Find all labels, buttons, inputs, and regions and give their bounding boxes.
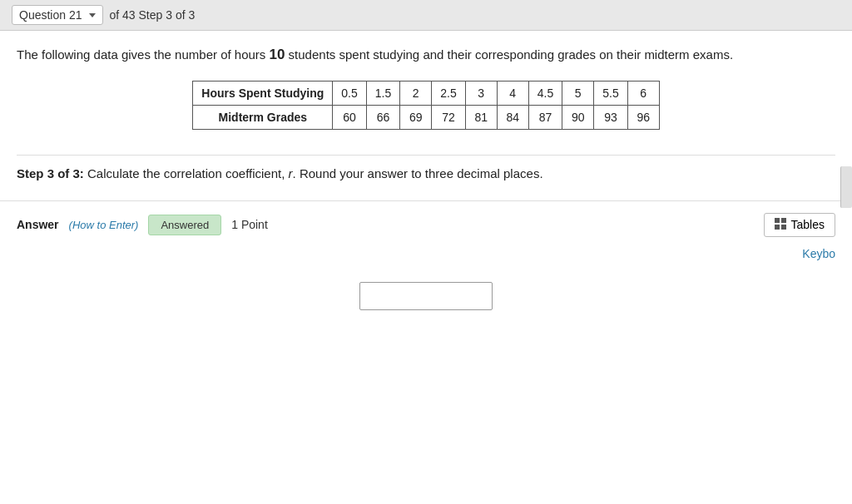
table-row: Midterm Grades 60 66 69 72 81 84 87 90 9… — [193, 105, 659, 129]
answered-badge: Answered — [148, 215, 221, 235]
table-cell: 5 — [562, 81, 594, 105]
scroll-indicator[interactable] — [840, 166, 852, 208]
svg-rect-1 — [781, 218, 786, 223]
tables-button[interactable]: Tables — [764, 213, 835, 237]
question-label: Question 21 — [19, 8, 82, 22]
how-to-enter-link[interactable]: (How to Enter) — [69, 219, 139, 231]
step-label: of 43 Step 3 of 3 — [110, 8, 196, 22]
tables-icon — [775, 218, 786, 232]
problem-text: The following data gives the number of h… — [17, 44, 835, 66]
table-cell: 84 — [497, 105, 528, 129]
table-cell: 5.5 — [594, 81, 627, 105]
answer-section: Answer (How to Enter) Answered 1 Point T… — [0, 200, 852, 245]
question-selector[interactable]: Question 21 — [12, 5, 103, 25]
table-cell: 4.5 — [528, 81, 562, 105]
table-cell: 4 — [497, 81, 528, 105]
table-cell: 93 — [594, 105, 627, 129]
step-text2: . Round your answer to three decimal pla… — [293, 166, 543, 180]
table-cell: 66 — [366, 105, 399, 129]
chevron-down-icon — [89, 13, 96, 17]
table-cell: 2.5 — [432, 81, 465, 105]
table-cell: 60 — [333, 105, 366, 129]
answer-bottom: Keybo — [0, 245, 852, 265]
table-cell: 69 — [400, 105, 432, 129]
row1-header: Hours Spent Studying — [193, 81, 333, 105]
row2-header: Midterm Grades — [193, 105, 333, 129]
answer-input[interactable] — [359, 282, 493, 310]
points-label: 1 Point — [231, 218, 268, 231]
table-cell: 90 — [562, 105, 594, 129]
data-table-wrapper: Hours Spent Studying 0.5 1.5 2 2.5 3 4 4… — [17, 81, 835, 146]
table-cell: 0.5 — [333, 81, 366, 105]
table-cell: 1.5 — [366, 81, 399, 105]
step-instruction: Step 3 of 3: Calculate the correlation c… — [17, 155, 835, 184]
table-cell: 96 — [627, 105, 659, 129]
table-cell: 3 — [465, 81, 497, 105]
answer-label: Answer — [17, 218, 59, 231]
table-cell: 72 — [432, 105, 465, 129]
svg-rect-3 — [781, 225, 786, 230]
keyboard-link[interactable]: Keybo — [802, 247, 835, 260]
answer-input-area — [0, 265, 852, 335]
header: Question 21 of 43 Step 3 of 3 — [0, 0, 852, 31]
svg-rect-2 — [775, 225, 780, 230]
data-table: Hours Spent Studying 0.5 1.5 2 2.5 3 4 4… — [192, 81, 659, 130]
table-cell: 87 — [528, 105, 562, 129]
tables-label: Tables — [791, 218, 825, 231]
intro-text: The following data gives the number of h… — [17, 47, 270, 62]
table-cell: 6 — [627, 81, 659, 105]
table-cell: 81 — [465, 105, 497, 129]
step-text: Calculate the correlation coefficient, — [84, 166, 289, 180]
table-row: Hours Spent Studying 0.5 1.5 2 2.5 3 4 4… — [193, 81, 659, 105]
step-label: Step 3 of 3: — [17, 166, 84, 180]
intro-text2: students spent studying and their corres… — [285, 47, 733, 62]
main-content: The following data gives the number of h… — [0, 31, 852, 184]
bold-number: 10 — [270, 47, 285, 62]
svg-rect-0 — [775, 218, 780, 223]
table-cell: 2 — [400, 81, 432, 105]
